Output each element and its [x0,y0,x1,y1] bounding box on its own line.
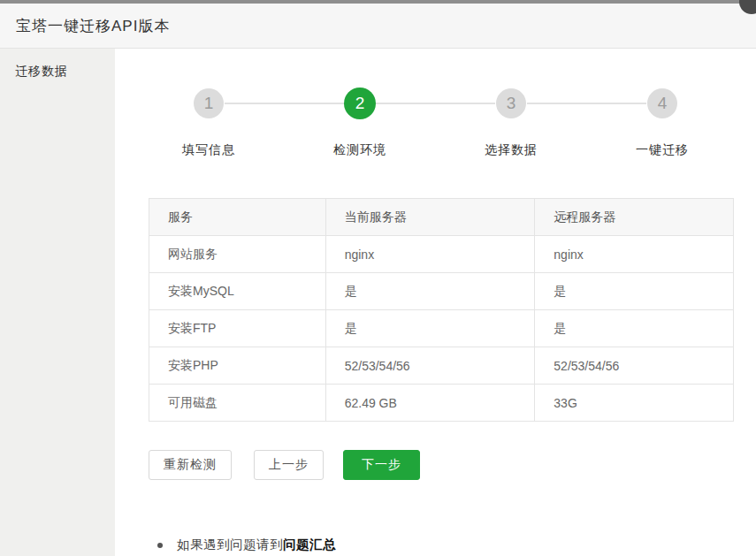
step-1-circle: 1 [194,88,224,118]
column-header-current-server: 当前服务器 [325,199,535,236]
action-button-row: 重新检测 上一步 下一步 [149,450,756,480]
issue-summary-link[interactable]: 问题汇总 [283,537,336,552]
recheck-button[interactable]: 重新检测 [149,450,232,480]
wizard-stepper: 1 填写信息 2 检测环境 3 选择数据 4 一键迁移 [115,88,756,158]
environment-check-table: 服务 当前服务器 远程服务器 网站服务 nginx nginx 安装MySQL … [149,198,734,422]
cell-remote: nginx [535,236,734,273]
cell-remote: 33G [535,385,734,422]
step-connector [376,103,495,104]
cell-current: 52/53/54/56 [325,347,535,385]
step-3-circle: 3 [496,88,526,118]
page-title: 宝塔一键迁移API版本 [16,16,170,36]
step-4: 4 一键迁移 [587,88,738,158]
table-row: 网站服务 nginx nginx [149,236,734,273]
cell-current: 是 [325,273,535,310]
cell-remote: 是 [535,273,734,310]
next-step-button[interactable]: 下一步 [343,450,420,480]
cell-service: 网站服务 [149,236,326,273]
sidebar: 迁移数据 [0,49,115,556]
step-2-label: 检测环境 [333,142,386,158]
main-content: 1 填写信息 2 检测环境 3 选择数据 4 一键迁移 服务 当前服务器 远程服… [115,49,756,556]
table-row: 可用磁盘 62.49 GB 33G [149,385,734,422]
prev-step-button[interactable]: 上一步 [254,450,324,480]
step-4-label: 一键迁移 [636,142,689,158]
column-header-remote-server: 远程服务器 [535,199,734,236]
cell-service: 可用磁盘 [149,385,326,422]
cell-current: nginx [325,236,535,273]
sidebar-item-migrate-data[interactable]: 迁移数据 [0,49,115,80]
step-connector [225,103,344,104]
step-4-circle: 4 [647,88,677,118]
cell-service: 安装MySQL [149,273,326,310]
background-page-edge [0,0,756,4]
cell-current: 62.49 GB [325,385,535,422]
table-row: 安装FTP 是 是 [149,310,734,347]
column-header-service: 服务 [149,199,326,236]
table-row: 安装PHP 52/53/54/56 52/53/54/56 [149,347,734,385]
cell-remote: 是 [535,310,734,347]
cell-remote: 52/53/54/56 [535,347,734,385]
step-1-label: 填写信息 [182,142,235,158]
cell-service: 安装FTP [149,310,326,347]
step-2: 2 检测环境 [285,88,436,158]
step-1: 1 填写信息 [134,88,285,158]
cell-current: 是 [325,310,535,347]
cell-service: 安装PHP [149,347,326,385]
step-3: 3 选择数据 [436,88,587,158]
note-text: 如果遇到问题请到 [177,537,283,552]
step-3-label: 选择数据 [485,142,538,158]
step-2-circle-active: 2 [344,88,376,119]
footer-note-list: 如果遇到问题请到问题汇总 [157,537,756,553]
step-connector [527,103,646,104]
table-header-row: 服务 当前服务器 远程服务器 [149,199,734,236]
modal-header: 宝塔一键迁移API版本 [0,4,756,49]
table-row: 安装MySQL 是 是 [149,273,734,310]
footer-note-item: 如果遇到问题请到问题汇总 [157,537,756,553]
